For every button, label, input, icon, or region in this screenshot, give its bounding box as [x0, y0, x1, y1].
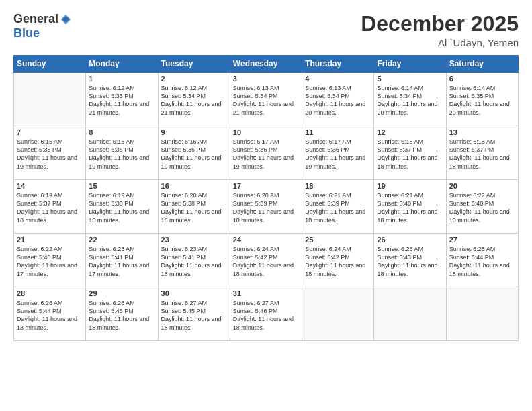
sunset-text: Sunset: 5:46 PM [233, 307, 299, 315]
calendar-cell: 18Sunrise: 6:21 AMSunset: 5:39 PMDayligh… [302, 180, 374, 234]
sunset-text: Sunset: 5:44 PM [17, 307, 83, 315]
sunset-text: Sunset: 5:36 PM [233, 146, 299, 154]
daylight-text: Daylight: 11 hours and 19 minutes. [17, 154, 83, 170]
logo-icon [60, 13, 72, 26]
cell-info: Sunrise: 6:19 AMSunset: 5:38 PMDaylight:… [89, 191, 154, 224]
logo-general-text: General [13, 12, 58, 26]
weekday-header-sunday: Sunday [14, 56, 86, 73]
cell-info: Sunrise: 6:14 AMSunset: 5:34 PMDaylight:… [377, 84, 443, 117]
sunset-text: Sunset: 5:39 PM [233, 199, 299, 208]
daylight-text: Daylight: 11 hours and 19 minutes. [161, 154, 227, 170]
location-title: Al `Udayn, Yemen [361, 37, 519, 48]
daylight-text: Daylight: 11 hours and 20 minutes. [305, 100, 371, 116]
cell-info: Sunrise: 6:16 AMSunset: 5:35 PMDaylight:… [161, 138, 227, 171]
calendar-cell: 31Sunrise: 6:27 AMSunset: 5:46 PMDayligh… [230, 287, 302, 341]
day-number: 4 [305, 75, 371, 83]
calendar-cell: 27Sunrise: 6:25 AMSunset: 5:44 PMDayligh… [446, 234, 518, 287]
weekday-header-monday: Monday [86, 56, 158, 73]
daylight-text: Daylight: 11 hours and 21 minutes. [89, 100, 154, 116]
sunset-text: Sunset: 5:33 PM [89, 92, 154, 100]
day-number: 10 [233, 128, 299, 136]
sunrise-text: Sunrise: 6:14 AM [377, 84, 443, 92]
calendar-cell: 10Sunrise: 6:17 AMSunset: 5:36 PMDayligh… [230, 126, 302, 180]
calendar-cell: 12Sunrise: 6:18 AMSunset: 5:37 PMDayligh… [374, 126, 446, 180]
sunrise-text: Sunrise: 6:14 AM [449, 84, 515, 92]
daylight-text: Daylight: 11 hours and 19 minutes. [305, 154, 371, 170]
daylight-text: Daylight: 11 hours and 18 minutes. [161, 208, 227, 224]
sunrise-text: Sunrise: 6:18 AM [449, 138, 515, 146]
sunset-text: Sunset: 5:38 PM [89, 199, 154, 208]
calendar-cell: 25Sunrise: 6:24 AMSunset: 5:42 PMDayligh… [302, 234, 374, 287]
daylight-text: Daylight: 11 hours and 18 minutes. [161, 261, 227, 277]
weekday-header-friday: Friday [374, 56, 446, 73]
calendar-week-row: 7Sunrise: 6:15 AMSunset: 5:35 PMDaylight… [14, 126, 519, 180]
sunset-text: Sunset: 5:43 PM [377, 253, 443, 261]
day-number: 29 [89, 289, 154, 298]
weekday-header-wednesday: Wednesday [230, 56, 302, 73]
logo: General Blue [13, 12, 72, 40]
sunset-text: Sunset: 5:35 PM [17, 146, 83, 154]
title-block: December 2025 Al `Udayn, Yemen [361, 12, 519, 48]
day-number: 5 [377, 75, 443, 83]
day-number: 7 [17, 128, 83, 136]
cell-info: Sunrise: 6:17 AMSunset: 5:36 PMDaylight:… [233, 138, 299, 171]
cell-info: Sunrise: 6:27 AMSunset: 5:46 PMDaylight:… [233, 299, 299, 332]
calendar-cell: 22Sunrise: 6:23 AMSunset: 5:41 PMDayligh… [86, 234, 158, 287]
month-title: December 2025 [361, 12, 519, 36]
sunset-text: Sunset: 5:34 PM [233, 92, 299, 100]
cell-info: Sunrise: 6:15 AMSunset: 5:35 PMDaylight:… [89, 138, 154, 171]
day-number: 1 [89, 75, 154, 83]
sunrise-text: Sunrise: 6:22 AM [17, 245, 83, 253]
sunrise-text: Sunrise: 6:21 AM [305, 191, 371, 199]
daylight-text: Daylight: 11 hours and 21 minutes. [161, 100, 227, 116]
sunrise-text: Sunrise: 6:24 AM [233, 245, 299, 253]
cell-info: Sunrise: 6:26 AMSunset: 5:44 PMDaylight:… [17, 299, 83, 332]
calendar-cell: 29Sunrise: 6:26 AMSunset: 5:45 PMDayligh… [86, 287, 158, 341]
cell-info: Sunrise: 6:14 AMSunset: 5:35 PMDaylight:… [449, 84, 515, 117]
sunrise-text: Sunrise: 6:17 AM [305, 138, 371, 146]
cell-info: Sunrise: 6:22 AMSunset: 5:40 PMDaylight:… [17, 245, 83, 278]
sunrise-text: Sunrise: 6:23 AM [89, 245, 154, 253]
day-number: 12 [377, 128, 443, 136]
day-number: 8 [89, 128, 154, 136]
weekday-header-thursday: Thursday [302, 56, 374, 73]
calendar-cell: 6Sunrise: 6:14 AMSunset: 5:35 PMDaylight… [446, 73, 518, 126]
calendar-cell: 8Sunrise: 6:15 AMSunset: 5:35 PMDaylight… [86, 126, 158, 180]
cell-info: Sunrise: 6:21 AMSunset: 5:40 PMDaylight:… [377, 191, 443, 224]
cell-info: Sunrise: 6:25 AMSunset: 5:44 PMDaylight:… [449, 245, 515, 278]
sunset-text: Sunset: 5:44 PM [449, 253, 515, 261]
calendar-week-row: 21Sunrise: 6:22 AMSunset: 5:40 PMDayligh… [14, 234, 519, 287]
daylight-text: Daylight: 11 hours and 19 minutes. [89, 154, 154, 170]
daylight-text: Daylight: 11 hours and 18 minutes. [305, 261, 371, 277]
cell-info: Sunrise: 6:20 AMSunset: 5:38 PMDaylight:… [161, 191, 227, 224]
header: General Blue December 2025 Al `Udayn, Ye… [13, 12, 519, 48]
cell-info: Sunrise: 6:26 AMSunset: 5:45 PMDaylight:… [89, 299, 154, 332]
cell-info: Sunrise: 6:22 AMSunset: 5:40 PMDaylight:… [449, 191, 515, 224]
weekday-header-tuesday: Tuesday [158, 56, 230, 73]
daylight-text: Daylight: 11 hours and 18 minutes. [377, 154, 443, 170]
cell-info: Sunrise: 6:23 AMSunset: 5:41 PMDaylight:… [161, 245, 227, 278]
calendar-cell: 17Sunrise: 6:20 AMSunset: 5:39 PMDayligh… [230, 180, 302, 234]
day-number: 19 [377, 182, 443, 190]
calendar-cell: 3Sunrise: 6:13 AMSunset: 5:34 PMDaylight… [230, 73, 302, 126]
calendar-cell: 4Sunrise: 6:13 AMSunset: 5:34 PMDaylight… [302, 73, 374, 126]
sunset-text: Sunset: 5:34 PM [377, 92, 443, 100]
sunrise-text: Sunrise: 6:25 AM [377, 245, 443, 253]
calendar-table: SundayMondayTuesdayWednesdayThursdayFrid… [13, 55, 519, 341]
cell-info: Sunrise: 6:17 AMSunset: 5:36 PMDaylight:… [305, 138, 371, 171]
cell-info: Sunrise: 6:25 AMSunset: 5:43 PMDaylight:… [377, 245, 443, 278]
daylight-text: Daylight: 11 hours and 18 minutes. [233, 261, 299, 277]
daylight-text: Daylight: 11 hours and 20 minutes. [449, 100, 515, 116]
day-number: 21 [17, 236, 83, 244]
day-number: 22 [89, 236, 154, 244]
sunrise-text: Sunrise: 6:26 AM [89, 299, 154, 307]
day-number: 11 [305, 128, 371, 136]
daylight-text: Daylight: 11 hours and 18 minutes. [449, 261, 515, 277]
sunrise-text: Sunrise: 6:12 AM [161, 84, 227, 92]
cell-info: Sunrise: 6:12 AMSunset: 5:34 PMDaylight:… [161, 84, 227, 117]
calendar-cell: 11Sunrise: 6:17 AMSunset: 5:36 PMDayligh… [302, 126, 374, 180]
daylight-text: Daylight: 11 hours and 18 minutes. [377, 261, 443, 277]
calendar-cell: 15Sunrise: 6:19 AMSunset: 5:38 PMDayligh… [86, 180, 158, 234]
daylight-text: Daylight: 11 hours and 18 minutes. [449, 154, 515, 170]
sunset-text: Sunset: 5:34 PM [161, 92, 227, 100]
